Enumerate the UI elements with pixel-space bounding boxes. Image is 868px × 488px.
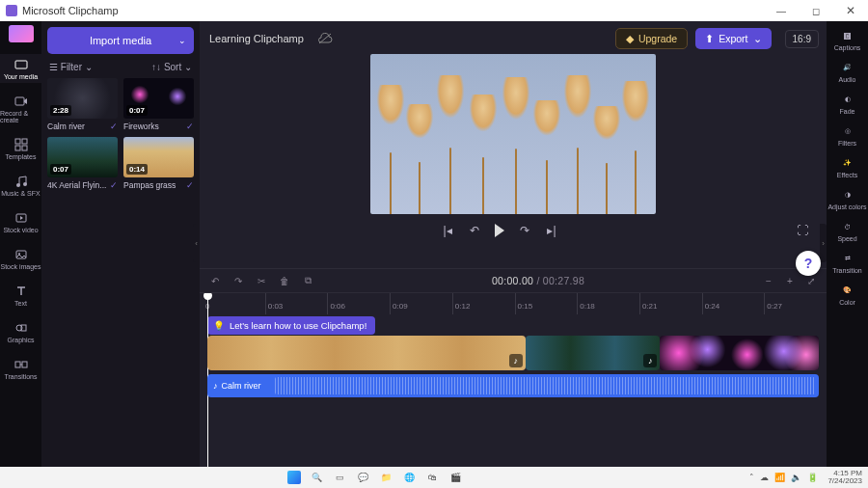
rightbar-item-fade[interactable]: ◐Fade [827,93,868,115]
tick: 0:18 [577,293,639,314]
import-media-button[interactable]: Import media ⌄ [47,27,194,54]
media-item[interactable]: 2:28 Calm river✓ [47,78,118,131]
filter-button[interactable]: ☰ Filter ⌄ [49,62,93,72]
svg-rect-3 [22,139,27,144]
sidebar-item-transitions[interactable]: Transitions [0,354,41,383]
redo-button[interactable]: ↷ [232,275,244,286]
clipchamp-logo [9,25,34,42]
top-toolbar: Learning Clipchamp ◆Upgrade ⬆Export⌄ 16:… [200,21,827,56]
svg-point-7 [23,182,27,186]
tray-volume-icon[interactable]: 🔈 [791,473,801,482]
help-button[interactable]: ? [796,251,821,276]
collapse-right-button[interactable]: › [820,224,827,262]
import-label: Import media [90,35,151,46]
zoom-in-button[interactable]: + [784,275,796,286]
export-button[interactable]: ⬆Export⌄ [695,28,771,49]
zoom-fit-button[interactable]: ⤢ [805,275,817,286]
sort-button[interactable]: ↑↓ Sort ⌄ [151,62,192,72]
rightbar-item-adjust-colors[interactable]: ◑Adjust colors [827,188,868,210]
media-item[interactable]: 0:14 Pampas grass✓ [123,137,194,190]
timeline-ruler[interactable]: 0 0:03 0:06 0:09 0:12 0:15 0:18 0:21 0:2… [200,293,827,314]
sidebar-label: Graphics [7,337,34,343]
timeline-clip[interactable]: ♪ [207,336,526,370]
sidebar-label: Record & create [0,110,41,123]
tray-battery-icon[interactable]: 🔋 [807,473,818,482]
timeline-clip[interactable] [660,336,819,370]
media-item[interactable]: 0:07 Fireworks✓ [123,78,194,131]
tick: 0:15 [515,293,578,314]
templates-icon [14,138,28,151]
undo-button[interactable]: ↶ [209,275,221,286]
transitions-icon [14,358,28,371]
graphics-icon [14,321,28,335]
audio-track-clip[interactable]: ♪ Calm river [207,374,819,397]
taskbar-taskview-icon[interactable]: ▭ [334,471,347,484]
lightbulb-icon: 💡 [213,320,225,331]
taskbar-clipchamp-icon[interactable]: 🎬 [449,471,463,484]
tray-chevron-icon[interactable]: ˄ [749,473,754,482]
sidebar-item-your-media[interactable]: Your media [0,54,41,83]
taskbar-search-icon[interactable]: 🔍 [311,471,324,484]
taskbar-explorer-icon[interactable]: 📁 [380,471,393,484]
main-area: ‹ › ? Learning Clipchamp ◆Upgrade ⬆Expor… [200,21,827,467]
left-sidebar: Your media Record & create Templates Mus… [0,21,41,467]
rightbar-item-audio[interactable]: 🔊Audio [827,61,868,83]
project-title[interactable]: Learning Clipchamp [209,33,304,44]
svg-rect-5 [22,146,27,150]
timeline-clip[interactable]: ♪ [526,336,660,370]
delete-button[interactable]: 🗑 [279,275,290,286]
speed-icon: ⏱ [841,220,854,233]
duplicate-button[interactable]: ⧉ [302,275,313,286]
sidebar-label: Stock video [3,227,38,233]
windows-taskbar[interactable]: 🔍 ▭ 💬 📁 🌐 🛍 🎬 ˄ ☁ 📶 🔈 🔋 4:15 PM 7/24/202… [0,467,868,488]
tutorial-hint[interactable]: 💡Let's learn how to use Clipchamp! [207,316,375,335]
window-minimize-button[interactable]: ― [764,0,799,21]
diamond-icon: ◆ [626,33,634,44]
rightbar-item-effects[interactable]: ✨Effects [827,156,868,178]
video-track[interactable]: ♪ ♪ [207,336,819,370]
window-close-button[interactable]: ✕ [833,0,868,21]
sidebar-item-graphics[interactable]: Graphics [0,317,41,346]
taskbar-chat-icon[interactable]: 💬 [357,471,370,484]
taskbar-edge-icon[interactable]: 🌐 [403,471,417,484]
tray-onedrive-icon[interactable]: ☁ [760,473,769,482]
collapse-left-button[interactable]: ‹ [193,224,200,262]
fullscreen-icon[interactable]: ⛶ [796,224,809,237]
rightbar-item-transition[interactable]: ⇄Transition [827,252,868,274]
step-forward-icon[interactable]: ↷ [518,224,531,237]
taskbar-clock[interactable]: 4:15 PM 7/24/2023 [827,470,862,485]
zoom-out-button[interactable]: − [763,275,774,286]
video-preview[interactable] [370,54,656,214]
media-thumbnail: 0:07 [47,137,118,177]
taskbar-store-icon[interactable]: 🛍 [426,471,440,484]
aspect-ratio-button[interactable]: 16:9 [785,30,819,48]
step-back-icon[interactable]: ↶ [468,224,481,237]
window-maximize-button[interactable]: ◻ [799,0,833,21]
sidebar-item-text[interactable]: Text [0,281,41,310]
rightbar-item-speed[interactable]: ⏱Speed [827,220,868,242]
rightbar-item-color[interactable]: 🎨Color [827,284,868,306]
sidebar-item-stock-images[interactable]: Stock images [0,244,41,273]
start-button[interactable] [287,471,301,484]
svg-rect-4 [15,146,20,150]
media-thumbnail: 0:14 [123,137,194,177]
playback-time: 00:00.00 / 00:27.98 [492,275,584,286]
sidebar-item-stock-video[interactable]: Stock video [0,207,41,236]
tick: 0:27 [764,293,827,314]
timeline[interactable]: 0 0:03 0:06 0:09 0:12 0:15 0:18 0:21 0:2… [200,293,827,467]
sidebar-item-templates[interactable]: Templates [0,134,41,163]
tray-wifi-icon[interactable]: 📶 [774,473,785,482]
skip-start-icon[interactable]: |◂ [441,224,454,237]
split-button[interactable]: ✂ [256,275,267,286]
system-tray[interactable]: ˄ ☁ 📶 🔈 🔋 4:15 PM 7/24/2023 [749,470,862,485]
sidebar-item-music-sfx[interactable]: Music & SFX [0,171,41,200]
rightbar-item-captions[interactable]: 🅲Captions [827,29,868,51]
transition-icon: ⇄ [841,252,854,265]
media-item[interactable]: 0:07 4K Aerial Flyin...✓ [47,137,118,190]
rightbar-item-filters[interactable]: ◎Filters [827,124,868,147]
play-button[interactable] [495,224,504,237]
sidebar-item-record-create[interactable]: Record & create [0,91,41,126]
color-icon: 🎨 [841,284,854,297]
upgrade-button[interactable]: ◆Upgrade [615,28,688,49]
skip-end-icon[interactable]: ▸| [545,224,558,237]
